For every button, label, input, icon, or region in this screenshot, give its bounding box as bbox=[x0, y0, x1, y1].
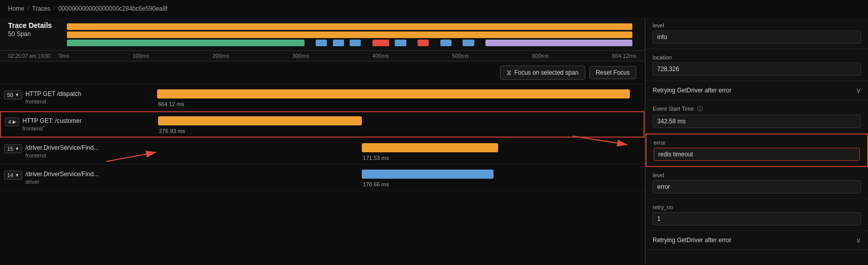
breadcrumb: Home / Traces / 000000000000000000c284bc… bbox=[0, 0, 868, 17]
span-row-container-2: 4 ▶ HTTP GET: /customer frontend 276.93 … bbox=[0, 111, 645, 138]
info-icon: ⓘ bbox=[697, 106, 703, 112]
spans-container[interactable]: 50 ▼ HTTP GET /dispatch frontend 664.12 … bbox=[0, 84, 645, 264]
span-row-1[interactable]: 50 ▼ HTTP GET /dispatch frontend 664.12 … bbox=[0, 84, 645, 111]
mini-bar-3-dot6 bbox=[463, 40, 474, 46]
time-marks: 0ms 100ms 200ms 300ms 400ms 500ms 600ms … bbox=[59, 53, 636, 59]
span-row-2[interactable]: 4 ▶ HTTP GET: /customer frontend 276.93 … bbox=[0, 111, 645, 138]
main-layout: Trace Details 50 Span bbox=[0, 17, 868, 264]
span-badge-4[interactable]: 14 ▼ bbox=[4, 171, 22, 180]
span-duration-4: 170.66 ms bbox=[157, 181, 645, 187]
span-label-area-4: 14 ▼ /driver.DriverService/Find... drive… bbox=[0, 169, 157, 187]
location1-label: location bbox=[653, 54, 861, 60]
mini-bar-row-1 bbox=[67, 23, 632, 30]
focus-selected-span-button[interactable]: ⧖ Focus on selected span bbox=[500, 65, 585, 80]
span-label-area-1: 50 ▼ HTTP GET /dispatch frontend bbox=[0, 88, 157, 107]
breadcrumb-traces[interactable]: Traces bbox=[32, 5, 50, 12]
breadcrumb-trace-id: 000000000000000000c284bc6e590ea8f bbox=[58, 5, 168, 12]
span-row-3[interactable]: 15 ▼ /driver.DriverService/Find... front… bbox=[0, 138, 645, 164]
span-bar-wrapper-2 bbox=[158, 115, 644, 127]
section-title-2: Retrying GetDriver after error bbox=[653, 237, 731, 244]
right-section-level-error: level error bbox=[646, 167, 868, 199]
level2-label: level bbox=[653, 172, 861, 178]
span-duration-3: 171.53 ms bbox=[157, 155, 645, 161]
filter-icon: ⧖ bbox=[507, 69, 511, 77]
section-header-1[interactable]: Retrying GetDriver after error ∨ bbox=[646, 81, 868, 100]
span-bar-1 bbox=[157, 89, 630, 98]
event-start-time-label: Event Start Time ⓘ bbox=[653, 105, 861, 113]
right-section-location: location 728,326 bbox=[646, 49, 868, 81]
span-timeline-area-3: 171.53 ms bbox=[157, 138, 645, 164]
span-dropdown-arrow-3[interactable]: ▼ bbox=[15, 146, 19, 151]
mini-bar-row-3 bbox=[67, 40, 632, 46]
span-row-container-1: 50 ▼ HTTP GET /dispatch frontend 664.12 … bbox=[0, 84, 645, 111]
mini-bar-row-2 bbox=[67, 31, 632, 38]
reset-focus-label: Reset Focus bbox=[596, 69, 630, 76]
span-badge-count-2: 4 bbox=[8, 119, 11, 125]
time-mark-4: 400ms bbox=[372, 53, 389, 59]
trace-title-block: Trace Details 50 Span bbox=[8, 21, 59, 38]
span-timeline-area-4: 170.66 ms bbox=[157, 164, 645, 190]
mini-bar-3-dot2 bbox=[333, 40, 344, 46]
span-duration-1: 664.12 ms bbox=[157, 101, 645, 107]
time-mark-5: 500ms bbox=[452, 53, 469, 59]
mini-bar-2-1 bbox=[67, 31, 632, 38]
span-expand-arrow-2[interactable]: ▶ bbox=[13, 119, 16, 124]
focus-button-label: Focus on selected span bbox=[514, 69, 579, 76]
span-info-3: /driver.DriverService/Find... frontend bbox=[25, 144, 99, 158]
trace-title: Trace Details bbox=[8, 21, 59, 29]
span-label-area-2: 4 ▶ HTTP GET: /customer frontend bbox=[1, 115, 158, 134]
toolbar: ⧖ Focus on selected span Reset Focus bbox=[0, 61, 645, 84]
trace-span-count: 50 Span bbox=[8, 30, 59, 38]
span-bar-4 bbox=[362, 170, 494, 179]
span-service-4: driver bbox=[25, 179, 99, 185]
time-axis: 02:25:07 am 10/30 0ms 100ms 200ms 300ms … bbox=[0, 51, 645, 61]
span-name-4: /driver.DriverService/Find... bbox=[25, 171, 99, 178]
time-label-left: 02:25:07 am 10/30 bbox=[8, 53, 59, 59]
time-mark-0: 0ms bbox=[59, 53, 69, 59]
chevron-icon-2[interactable]: ∨ bbox=[856, 236, 861, 244]
mini-bar-3-red1 bbox=[372, 40, 389, 46]
mini-bar-3-purple bbox=[485, 40, 632, 46]
level2-value: error bbox=[653, 180, 861, 193]
span-badge-count-4: 14 bbox=[7, 172, 13, 178]
mini-bar-3-dot5 bbox=[440, 40, 451, 46]
level1-label: level bbox=[653, 22, 861, 28]
error-value: redis timeout bbox=[654, 148, 860, 161]
time-mark-1: 100ms bbox=[132, 53, 149, 59]
mini-bar-3-dot3 bbox=[350, 40, 361, 46]
span-row-container-3: 15 ▼ /driver.DriverService/Find... front… bbox=[0, 138, 645, 164]
span-bar-2 bbox=[158, 116, 362, 125]
span-dropdown-arrow-1[interactable]: ▼ bbox=[15, 92, 19, 97]
right-section-event-start: Event Start Time ⓘ 342.58 ms bbox=[646, 100, 868, 134]
span-bar-wrapper-3 bbox=[157, 142, 645, 154]
span-duration-2: 276.93 ms bbox=[158, 128, 644, 134]
right-panel: level info location 728,326 Retrying Get… bbox=[645, 17, 868, 264]
time-mark-2: 200ms bbox=[212, 53, 229, 59]
span-bar-3 bbox=[362, 143, 498, 152]
span-bar-wrapper-1 bbox=[157, 88, 645, 100]
breadcrumb-sep-2: / bbox=[54, 5, 55, 12]
time-mark-6: 600ms bbox=[532, 53, 549, 59]
span-badge-2[interactable]: 4 ▶ bbox=[5, 117, 19, 126]
span-bar-wrapper-4 bbox=[157, 168, 645, 180]
span-badge-count-3: 15 bbox=[7, 146, 13, 152]
time-mark-3: 300ms bbox=[292, 53, 309, 59]
reset-focus-button[interactable]: Reset Focus bbox=[589, 66, 636, 79]
span-badge-3[interactable]: 15 ▼ bbox=[4, 144, 22, 153]
span-service-2: frontend bbox=[22, 125, 82, 131]
chevron-icon-1[interactable]: ∨ bbox=[856, 86, 861, 94]
span-info-2: HTTP GET: /customer frontend bbox=[22, 117, 82, 131]
event-start-time-value: 342.58 ms bbox=[653, 115, 861, 128]
right-section-error: error redis timeout bbox=[646, 134, 868, 167]
span-row-4[interactable]: 14 ▼ /driver.DriverService/Find... drive… bbox=[0, 164, 645, 191]
span-service-3: frontend bbox=[25, 152, 99, 158]
span-dropdown-arrow-4[interactable]: ▼ bbox=[15, 173, 19, 178]
mini-bar-3-red2 bbox=[418, 40, 429, 46]
section-header-2[interactable]: Retrying GetDriver after error ∨ bbox=[646, 231, 868, 250]
level1-value: info bbox=[653, 30, 861, 44]
mini-bar-3-dot4 bbox=[395, 40, 406, 46]
mini-bar-1-1 bbox=[67, 23, 632, 30]
right-section-retry-no: retry_no 1 bbox=[646, 199, 868, 231]
breadcrumb-home[interactable]: Home bbox=[8, 5, 24, 12]
span-badge-1[interactable]: 50 ▼ bbox=[4, 90, 22, 100]
